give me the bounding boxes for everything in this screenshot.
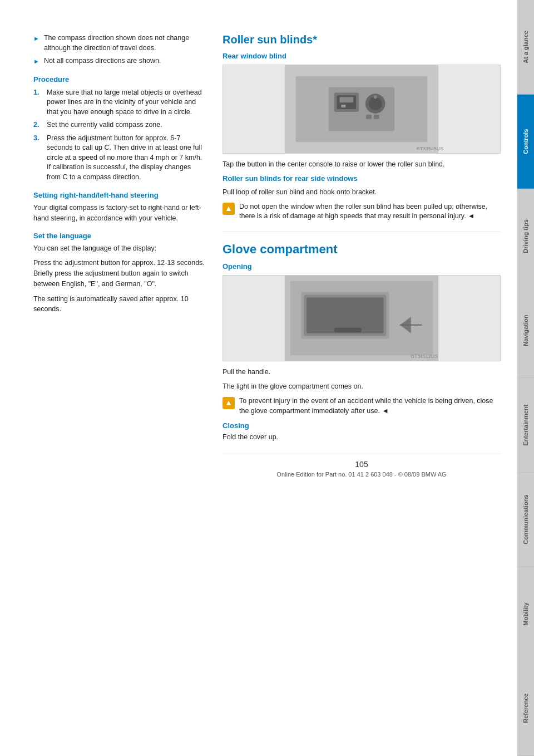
roller-image: BT33545US [222, 65, 501, 154]
roller-warning-end: ◄ [468, 212, 474, 220]
roller-title: Roller sun blinds* [222, 33, 501, 46]
sidebar-tab-driving-tips[interactable]: Driving tips [517, 189, 534, 284]
sidebar-tab-mobility[interactable]: Mobility [517, 567, 534, 662]
bullet-item-1: ► The compass direction shown does not c… [33, 33, 206, 53]
step-num-3: 3. [33, 134, 42, 183]
step-num-1: 1. [33, 88, 42, 117]
bullet-text-2: Not all compass directions are shown. [44, 56, 161, 66]
rear-window-heading: Rear window blind [222, 52, 501, 60]
svg-rect-6 [341, 105, 345, 107]
step-3: 3. Press the adjustment button for appro… [33, 134, 206, 183]
language-text-3: The setting is automatically saved after… [33, 294, 206, 315]
glove-warning-text: To prevent injury in the event of an acc… [239, 396, 501, 416]
glove-svg: BT34512US [223, 276, 500, 361]
rear-window-text: Tap the button in the center console to … [222, 159, 501, 170]
roller-side-heading: Roller sun blinds for rear side windows [222, 174, 501, 183]
step-2: 2. Set the currently valid compass zone. [33, 120, 206, 130]
bullet-arrow-2: ► [33, 57, 39, 66]
step-1: 1. Make sure that no large metal objects… [33, 88, 206, 117]
closing-text: Fold the cover up. [222, 432, 501, 443]
glove-image: BT34512US [222, 275, 501, 361]
step-text-3: Press the adjustment button for approx. … [47, 134, 206, 183]
sidebar-tab-entertainment[interactable]: Entertainment [517, 378, 534, 473]
roller-warning-box: ▲ Do not open the window when the roller… [222, 202, 501, 222]
glove-open-text2: The light in the glove compartment comes… [222, 381, 501, 392]
step-text-2: Set the currently valid compass zone. [47, 120, 162, 130]
svg-point-8 [369, 97, 382, 110]
glove-warning-box: ▲ To prevent injury in the event of an a… [222, 396, 501, 416]
step-num-2: 2. [33, 120, 42, 130]
page-container: ► The compass direction shown does not c… [0, 0, 534, 756]
glove-warning-content: To prevent injury in the event of an acc… [239, 397, 493, 415]
svg-text:BT34512US: BT34512US [411, 354, 438, 359]
roller-svg: BT33545US [223, 65, 500, 153]
procedure-heading: Procedure [33, 75, 206, 84]
section-divider [222, 232, 501, 232]
steering-text: Your digital compass is factory-set to r… [33, 203, 206, 224]
left-column: ► The compass direction shown does not c… [33, 33, 206, 734]
svg-point-9 [374, 95, 377, 99]
language-text-2: Press the adjustment button for approx. … [33, 258, 206, 289]
sidebar-tab-navigation[interactable]: Navigation [517, 283, 534, 378]
right-column: Roller sun blinds* Rear window blind [222, 33, 501, 734]
sidebar-tab-communications[interactable]: Communications [517, 473, 534, 567]
svg-rect-10 [366, 115, 372, 119]
glove-title: Glove compartment [222, 242, 501, 257]
bullet-list: ► The compass direction shown does not c… [33, 33, 206, 66]
roller-warning-content: Do not open the window when the roller s… [239, 203, 487, 220]
language-text-1: You can set the language of the display: [33, 243, 206, 254]
sidebar-tab-at-a-glance[interactable]: At a glance [517, 0, 534, 95]
glove-open-text1: Pull the handle. [222, 367, 501, 377]
glove-warning-end: ◄ [382, 407, 388, 415]
roller-warning-text: Do not open the window when the roller s… [239, 202, 501, 222]
opening-heading: Opening [222, 262, 501, 271]
svg-rect-5 [340, 97, 354, 102]
svg-text:BT33545US: BT33545US [417, 146, 443, 151]
roller-side-text: Pull loop of roller sun blind and hook o… [222, 187, 501, 198]
page-number: 105 [222, 460, 501, 469]
svg-rect-11 [374, 115, 379, 119]
numbered-list: 1. Make sure that no large metal objects… [33, 88, 206, 183]
steering-heading: Setting right-hand/left-hand steering [33, 191, 206, 199]
main-content: ► The compass direction shown does not c… [0, 0, 517, 756]
sidebar-tab-controls[interactable]: Controls [517, 95, 534, 189]
glove-warning-icon: ▲ [222, 397, 235, 409]
page-footer: 105 Online Edition for Part no. 01 41 2 … [222, 454, 501, 489]
bullet-arrow-1: ► [33, 35, 39, 53]
language-heading: Set the language [33, 232, 206, 240]
step-text-1: Make sure that no large metal objects or… [47, 88, 206, 117]
closing-heading: Closing [222, 421, 501, 430]
footer-text: Online Edition for Part no. 01 41 2 603 … [222, 471, 501, 478]
sidebar-tab-reference[interactable]: Reference [517, 661, 534, 756]
sidebar: At a glance Controls Driving tips Naviga… [517, 0, 534, 756]
roller-warning-icon: ▲ [222, 203, 235, 215]
bullet-text-1: The compass direction shown does not cha… [44, 33, 206, 53]
bullet-item-2: ► Not all compass directions are shown. [33, 56, 206, 66]
svg-rect-18 [334, 327, 362, 332]
